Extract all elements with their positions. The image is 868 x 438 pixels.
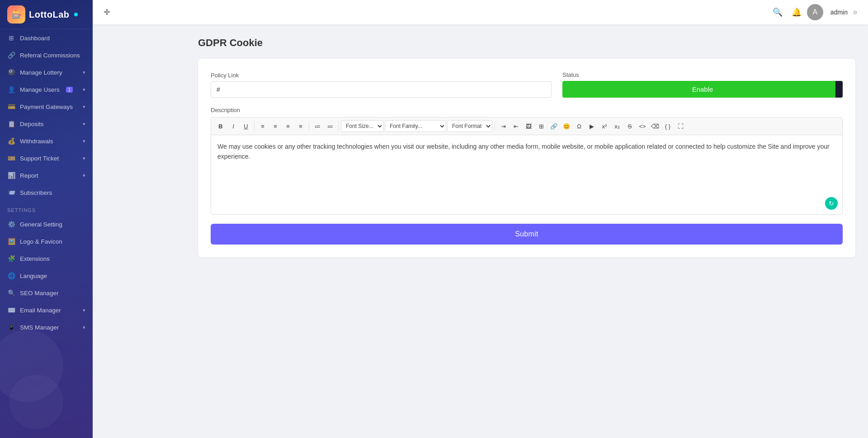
sidebar-item-label: Email Manager — [20, 307, 61, 314]
chevron-down-icon: ▾ — [83, 307, 85, 313]
align-justify-button[interactable]: ≡ — [295, 120, 307, 132]
logo-icon: 🎰 — [7, 5, 25, 24]
status-label: Status — [562, 71, 843, 78]
avatar-initial: A — [813, 8, 818, 16]
image-button[interactable]: 🖼 — [523, 120, 534, 132]
font-size-select[interactable]: Font Size... 8101214161824 — [341, 120, 384, 132]
chevron-down-icon: ▾ — [83, 87, 85, 93]
editor-wrapper: B I U ≡ ≡ ≡ ≡ ≔ ≔ Font Size... 810121416… — [211, 117, 843, 215]
sidebar-item-label: Report — [20, 172, 38, 179]
source-button[interactable]: { } — [662, 120, 674, 132]
subscript-button[interactable]: x₂ — [611, 120, 623, 132]
users-icon: 👤 — [7, 86, 15, 93]
chevron-down-icon: ▾ — [83, 121, 85, 127]
language-icon: 🌐 — [7, 272, 15, 279]
chevron-down-icon: ▾ — [83, 138, 85, 144]
align-right-button[interactable]: ≡ — [282, 120, 294, 132]
sidebar-item-logo-favicon[interactable]: 🖼️ Logo & Favicon — [0, 233, 93, 250]
emoji-button[interactable]: 😊 — [561, 120, 572, 132]
sidebar-item-support-ticket[interactable]: 🎫 Support Ticket ▾ — [0, 150, 93, 167]
status-btn-label: Enable — [692, 85, 713, 93]
user-menu-chevron[interactable]: ⊙ — [853, 9, 857, 15]
sidebar-item-manage-lottery[interactable]: 🎱 Manage Lottery ▾ — [0, 64, 93, 81]
report-icon: 📊 — [7, 172, 15, 179]
table-button[interactable]: ⊞ — [535, 120, 547, 132]
code-button[interactable]: <> — [637, 120, 648, 132]
sidebar-item-manage-users[interactable]: 👤 Manage Users 1 ▾ — [0, 81, 93, 98]
sidebar-item-email-manager[interactable]: ✉️ Email Manager ▾ — [0, 301, 93, 319]
withdrawals-icon: 💰 — [7, 137, 15, 145]
search-icon[interactable]: 🔍 — [773, 7, 783, 17]
status-enable-button[interactable]: Enable — [562, 81, 843, 98]
sidebar-item-label: SEO Manager — [20, 290, 59, 297]
editor-toolbar: B I U ≡ ≡ ≡ ≡ ≔ ≔ Font Size... 810121416… — [211, 118, 842, 135]
dashboard-icon: ⊞ — [7, 34, 15, 42]
sidebar-item-label: Logo & Favicon — [20, 238, 62, 245]
align-center-button[interactable]: ≡ — [269, 120, 281, 132]
editor-content[interactable]: We may use cookies or any other tracking… — [211, 135, 842, 214]
italic-button[interactable]: I — [227, 120, 239, 132]
grid-icon[interactable]: ✛ — [104, 7, 110, 17]
page-title: GDPR Cookie — [198, 37, 855, 49]
payment-icon: 💳 — [7, 103, 15, 110]
chevron-down-icon: ▾ — [83, 173, 85, 179]
submit-button[interactable]: Submit — [211, 224, 843, 245]
toolbar-separator — [254, 122, 255, 131]
sidebar-item-referral-commissions[interactable]: 🔗 Referral Commissions — [0, 47, 93, 64]
policy-link-label: Policy Link — [211, 72, 552, 79]
clear-format-button[interactable]: ⌫ — [649, 120, 661, 132]
media-button[interactable]: ▶ — [586, 120, 598, 132]
editor-text: We may use cookies or any other tracking… — [217, 141, 836, 162]
bell-icon[interactable]: 🔔 — [792, 7, 802, 17]
strikethrough-button[interactable]: S — [624, 120, 636, 132]
sidebar-item-subscribers[interactable]: 📨 Subscribers — [0, 184, 93, 201]
editor-refresh-button[interactable]: ↻ — [825, 197, 838, 210]
link-button[interactable]: 🔗 — [548, 120, 560, 132]
sidebar-item-extensions[interactable]: 🧩 Extensions — [0, 250, 93, 267]
maximize-button[interactable]: ⛶ — [675, 120, 686, 132]
bold-button[interactable]: B — [215, 120, 226, 132]
sidebar-item-label: Manage Users — [20, 86, 60, 93]
lottery-icon: 🎱 — [7, 69, 15, 76]
ordered-list-button[interactable]: ≔ — [311, 120, 323, 132]
underline-button[interactable]: U — [240, 120, 252, 132]
gdpr-cookie-card: Policy Link Status Enable Description B … — [198, 59, 855, 257]
ticket-icon: 🎫 — [7, 155, 15, 162]
settings-section-label: SETTINGS — [0, 201, 93, 216]
sidebar-item-deposits[interactable]: 📋 Deposits ▾ — [0, 115, 93, 132]
sidebar-item-general-setting[interactable]: ⚙️ General Setting — [0, 216, 93, 233]
settings-icon: ⚙️ — [7, 221, 15, 228]
sidebar-item-report[interactable]: 📊 Report ▾ — [0, 167, 93, 184]
toolbar-separator-2 — [309, 122, 309, 131]
sidebar-item-payment-gateways[interactable]: 💳 Payment Gateways ▾ — [0, 98, 93, 115]
policy-status-row: Policy Link Status Enable — [211, 71, 843, 98]
special-char-button[interactable]: Ω — [573, 120, 585, 132]
policy-link-input[interactable] — [211, 81, 552, 98]
font-format-select[interactable]: Font Format NormalHeading 1Heading 2 — [447, 120, 492, 132]
seo-icon: 🔍 — [7, 289, 15, 297]
users-badge: 1 — [66, 87, 73, 93]
referral-icon: 🔗 — [7, 52, 15, 59]
sidebar-item-withdrawals[interactable]: 💰 Withdrawals ▾ — [0, 132, 93, 150]
description-label: Description — [211, 107, 843, 113]
align-left-button[interactable]: ≡ — [257, 120, 269, 132]
sidebar-item-sms-manager[interactable]: 📱 SMS Manager ▾ — [0, 319, 93, 336]
deposits-icon: 📋 — [7, 120, 15, 127]
sidebar-item-dashboard[interactable]: ⊞ Dashboard — [0, 29, 93, 47]
superscript-button[interactable]: x² — [599, 120, 610, 132]
description-group: Description B I U ≡ ≡ ≡ ≡ ≔ ≔ — [211, 107, 843, 215]
email-icon: ✉️ — [7, 306, 15, 314]
outdent-button[interactable]: ⇤ — [510, 120, 522, 132]
logo-dot — [74, 13, 78, 16]
status-indicator — [835, 81, 843, 98]
sidebar-item-seo-manager[interactable]: 🔍 SEO Manager — [0, 284, 93, 301]
sidebar-item-label: Dashboard — [20, 35, 50, 42]
indent-button[interactable]: ⇥ — [497, 120, 509, 132]
font-family-select[interactable]: Font Family... ArialTimes New RomanCouri… — [385, 120, 446, 132]
sidebar: 🎰 LottoLab ⊞ Dashboard 🔗 Referral Commis… — [0, 0, 93, 438]
extensions-icon: 🧩 — [7, 255, 15, 262]
unordered-list-button[interactable]: ≔ — [324, 120, 336, 132]
sidebar-item-label: General Setting — [20, 221, 62, 228]
sms-icon: 📱 — [7, 324, 15, 331]
sidebar-item-language[interactable]: 🌐 Language — [0, 267, 93, 284]
